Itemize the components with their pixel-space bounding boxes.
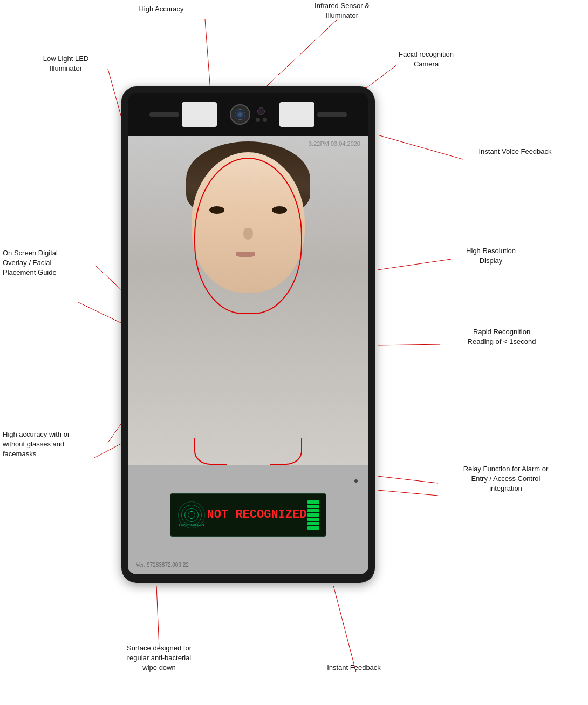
- face-oval-outline: [194, 158, 302, 314]
- svg-line-1: [258, 19, 337, 94]
- sensor-dot-left: [256, 118, 260, 122]
- not-recognized-text: NOT RECOGNIZED: [206, 508, 307, 522]
- speaker-left: [149, 112, 179, 117]
- device-bottom-bar: [128, 465, 368, 497]
- label-infrared-sensor: Infrared Sensor &Illuminator: [304, 1, 380, 21]
- svg-line-6: [78, 302, 123, 324]
- svg-line-4: [378, 135, 463, 159]
- svg-line-13: [156, 586, 159, 648]
- face-background: [128, 136, 368, 465]
- label-relay-function: Relay Function for Alarm orEntry / Acces…: [437, 464, 575, 494]
- label-instant-voice-feedback: Instant Voice Feedback: [453, 147, 577, 157]
- svg-line-8: [378, 344, 440, 345]
- radar-icon: FEVER SCREEN: [177, 500, 206, 530]
- label-surface-designed: Surface designed forregular anti-bacteri…: [100, 643, 218, 673]
- sensor-block-right: [279, 102, 314, 127]
- signal-bar-1: [307, 500, 319, 504]
- chin-guide-right: [270, 438, 302, 465]
- svg-line-7: [378, 259, 451, 270]
- label-instant-feedback: Instant Feedback: [300, 663, 408, 673]
- signal-bars: [307, 500, 319, 530]
- fever-screen-label: FEVER SCREEN: [179, 523, 204, 526]
- chin-guide-left: [194, 438, 227, 465]
- speaker-right: [317, 112, 347, 117]
- device-bottom-dot: [354, 479, 358, 483]
- screen-timestamp: 3:22PM 03.04.2020: [309, 140, 360, 147]
- camera-lens: [230, 104, 250, 125]
- label-high-accuracy-glasses: High accuracy with orwithout glasses and…: [3, 430, 113, 459]
- signal-bar-7: [307, 526, 319, 530]
- label-low-light-led: Low Light LEDIlluminator: [28, 54, 104, 73]
- svg-line-14: [333, 586, 356, 672]
- ir-dot-top: [257, 107, 265, 115]
- signal-bar-2: [307, 505, 319, 508]
- svg-line-2: [108, 69, 123, 123]
- label-rapid-recognition: Rapid RecognitionReading of < 1second: [437, 327, 566, 347]
- label-facial-recognition-camera: Facial recognitionCamera: [383, 50, 469, 69]
- svg-line-0: [205, 19, 210, 91]
- version-text: Ver. 97283872.009.22: [136, 562, 189, 568]
- device: 3:22PM 03.04.2020: [121, 86, 375, 583]
- svg-line-12: [378, 490, 438, 496]
- sensor-dot-right: [263, 118, 267, 122]
- label-high-resolution-display: High ResolutionDisplay: [442, 246, 539, 266]
- signal-bar-5: [307, 518, 319, 521]
- label-on-screen-digital: On Screen DigitalOverlay / FacialPlaceme…: [3, 248, 97, 278]
- camera-module: [230, 104, 267, 125]
- signal-bar-3: [307, 509, 319, 512]
- svg-line-11: [378, 476, 438, 483]
- sensor-block-left: [182, 102, 217, 127]
- not-recognized-banner: FEVER SCREEN NOT RECOGNIZED: [170, 493, 326, 537]
- signal-bar-6: [307, 522, 319, 525]
- device-screen: 3:22PM 03.04.2020: [128, 136, 368, 574]
- signal-bar-4: [307, 513, 319, 517]
- device-top-bar: [128, 93, 368, 136]
- svg-line-5: [94, 265, 123, 292]
- label-high-accuracy: High Accuracy: [129, 4, 194, 14]
